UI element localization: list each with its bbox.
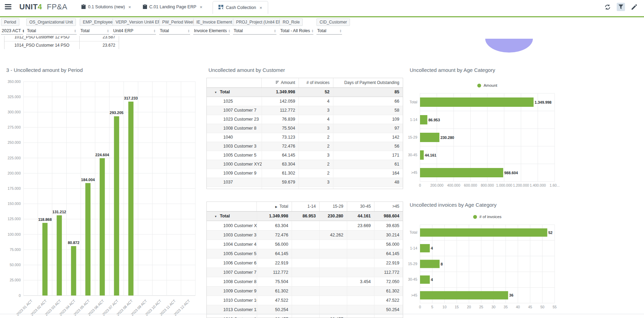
table-row[interactable]: 1003 Customer 372.476256 [207,142,403,151]
tab-c-01-landing-page-erp[interactable]: C.01 Landing Page ERP× [142,0,204,14]
column-header[interactable]: 15-29 [319,202,347,211]
column-header[interactable]: 1-14 [292,202,319,211]
spinner-arrows-icon[interactable]: ▲▼ [154,29,156,33]
table-row[interactable]: 103759.679348 [207,178,403,187]
spinner-arrows-icon[interactable]: ▲▼ [340,29,342,33]
table-row[interactable]: 1008 Customer 875.5043.45472.050 [207,277,403,286]
filter-chip[interactable]: Period [1,18,19,26]
table-row[interactable]: ▼Total1.349.9985285 [207,88,403,97]
bar[interactable] [420,97,534,107]
y-axis-label: 125.000 [8,217,21,221]
filter-chip[interactable]: CID_Customer [316,18,350,26]
tab-close-icon[interactable]: × [128,4,131,10]
bar[interactable] [420,150,424,160]
column-header[interactable]: ▶Total [256,202,292,211]
bar[interactable] [420,244,430,252]
legend-invoices[interactable]: # of invoices [420,215,555,219]
collapse-caret-icon[interactable]: ▼ [214,215,217,218]
table-row[interactable]: 1012_PSO Customer 12 PSO23.587 [4,36,119,41]
table-row[interactable]: 1009 Customer 961.30261.302 [207,286,403,296]
tab-0-1-solutions-new-[interactable]: 0.1 Solutions (new)× [80,0,133,14]
column-header[interactable]: Amount [261,78,299,87]
tab-close-icon[interactable]: × [200,4,203,10]
filter-chip[interactable]: OS_Organizational Unit [26,18,76,26]
row-value: 2 [299,160,333,169]
filter-chip[interactable]: VERP_Version Unit4 ERP [113,18,167,26]
filter-value-dropdown[interactable]: Total▲▼ [316,28,342,35]
bar[interactable] [85,183,90,296]
bar[interactable] [420,115,427,124]
bar[interactable] [71,246,76,296]
spinner-arrows-icon[interactable]: ▲▼ [274,29,276,33]
collapse-caret-icon[interactable]: ▼ [214,91,217,94]
table-row[interactable]: 1005 Customer 564.1453171 [207,151,403,160]
bar[interactable] [420,168,503,177]
table-row[interactable]: 1000 Customer XYZ63.304261 [207,160,403,169]
filter-icon[interactable] [617,3,625,11]
bar[interactable] [420,260,440,268]
table-row[interactable]: 1004 Customer 456.00056.000 [207,240,403,249]
refresh-icon[interactable] [603,3,612,11]
filter-value-dropdown[interactable]: 2023 ACT▲▼ [1,28,23,35]
filter-value-dropdown[interactable]: Total▲▼ [159,28,190,35]
table-row[interactable]: 103956.417273 [207,187,403,189]
filter-value-dropdown[interactable]: Total▲▼ [233,28,276,35]
table-row[interactable]: 104073.1232142 [207,133,403,142]
edit-pencil-icon[interactable] [630,3,638,11]
column-header[interactable]: # of invoices [299,78,333,87]
filter-chip[interactable]: EMP_Employee [80,18,116,26]
amount-age-bar-chart: 0200.000400.000600.000800.0001.000.0001.… [407,80,644,193]
column-header[interactable] [207,78,261,87]
bar[interactable] [420,133,439,142]
tab-cash-collection[interactable]: Cash Collection× [213,1,268,14]
logo-four: 4 [38,2,42,11]
tab-close-icon[interactable]: × [260,5,262,10]
bar[interactable] [420,275,430,284]
table-row[interactable]: 1008 Customer 875.504397 [207,124,403,133]
table-row[interactable]: 1025142.059466 [207,97,403,106]
filter-value-dropdown[interactable]: Total▲▼ [80,28,109,35]
column-header[interactable]: Days of Payment Outstanding [333,78,403,87]
filter-chip[interactable]: IE_Invoice Element [193,18,235,26]
bar[interactable] [420,228,547,237]
table-row[interactable]: 1016 Customer 1628.45728.457 [207,314,403,318]
filter-value-dropdown[interactable]: Unit4 ERP▲▼ [113,28,156,35]
row-value: 48 [333,178,403,187]
filter-value-dropdown[interactable]: Invoice Elements▲▼ [193,28,230,35]
spinner-arrows-icon[interactable]: ▲▼ [228,29,230,33]
table-row[interactable]: 1010 Customer 1047.52247.522 [207,296,403,305]
column-header[interactable]: >45 [374,202,403,211]
expand-right-icon[interactable]: ▶ [275,205,277,208]
spinner-arrows-icon[interactable]: ▲▼ [311,29,313,33]
table-row[interactable]: 1007 Customer 7112.772112.772 [207,268,403,277]
sort-descending-icon[interactable] [276,80,279,85]
table-row[interactable]: 1013 Customer 1350.25450.254 [207,305,403,314]
filter-chip[interactable]: PW_Period Week [159,18,198,26]
bar[interactable] [420,291,508,299]
table-row[interactable]: 1023 Customer 2376.8394109 [207,115,403,124]
table-row[interactable]: 1003 Customer 372.47642.26230.214 [207,230,403,240]
table-row[interactable]: 1000 Customer XYZ63.30423.66939.635 [207,221,403,230]
table-row[interactable]: ▼Total1.349.99886.953230.28044.161988.60… [207,212,403,221]
filter-value-dropdown[interactable]: Total▲▼ [26,28,77,35]
filter-chip[interactable]: RO_Role [280,18,303,26]
table-row[interactable]: 1007 Customer 7112.772358 [207,106,403,115]
menu-icon[interactable] [5,4,12,10]
table-row[interactable]: 1006 Customer 622.91922.919 [207,258,403,268]
bar-value-label: 52 [548,231,553,235]
table-row[interactable]: 1009 Customer 961.3022164 [207,169,403,178]
bar[interactable] [57,215,62,296]
spinner-arrows-icon[interactable]: ▲▼ [107,29,109,33]
column-header[interactable]: 30-45 [347,202,374,211]
spinner-arrows-icon[interactable]: ▲▼ [22,29,25,33]
bar[interactable] [128,102,134,296]
filter-value-dropdown[interactable]: Total - All Roles▲▼ [280,28,313,35]
spinner-arrows-icon[interactable]: ▲▼ [74,29,76,33]
bar[interactable] [42,223,48,296]
bar[interactable] [114,116,119,296]
table-row[interactable]: 1005 Customer 564.14564.145 [207,249,403,258]
table-row[interactable]: 1014_PSO Customer 14 PSO23.672 [4,41,119,49]
column-header[interactable] [207,202,256,211]
spinner-arrows-icon[interactable]: ▲▼ [188,29,190,33]
bar[interactable] [100,158,105,296]
